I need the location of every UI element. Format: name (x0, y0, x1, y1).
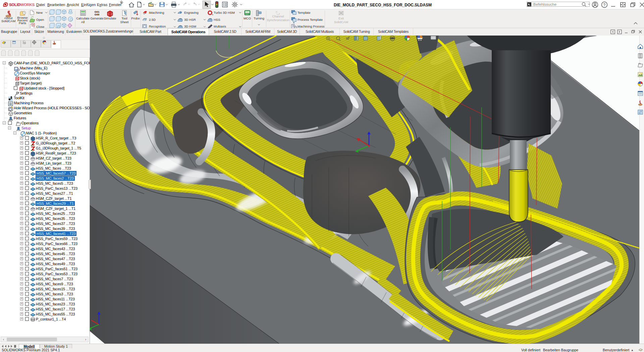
svg-text:Turbo 3D HSM: Turbo 3D HSM (214, 11, 235, 14)
svg-text:Open: Open (36, 18, 44, 21)
svg-text:New: New (36, 11, 43, 14)
svg-text:G00: G00 (94, 13, 100, 16)
svg-text:Process Template: Process Template (298, 18, 323, 21)
svg-text:3D HSM: 3D HSM (184, 24, 196, 28)
svg-text:Sheet: Sheet (120, 20, 129, 24)
svg-text:Synchronization: Synchronization (267, 18, 289, 22)
svg-text:3D HSR: 3D HSR (184, 18, 196, 21)
svg-text:SolidCAM: SolidCAM (1, 19, 15, 23)
svg-text:2.5D: 2.5D (149, 18, 156, 21)
svg-text:Generate: Generate (90, 16, 104, 20)
svg-text:Machining Process: Machining Process (298, 24, 325, 28)
svg-text:Channel: Channel (272, 14, 284, 18)
svg-text:Close: Close (36, 25, 44, 28)
svg-text:Tool: Tool (121, 16, 127, 20)
svg-text:Multiaxis: Multiaxis (214, 24, 226, 28)
svg-text:SOLIDWORKS: SOLIDWORKS (9, 3, 35, 7)
svg-text:SolidCAM: SolidCAM (334, 20, 348, 24)
svg-text:iMachining: iMachining (149, 11, 164, 14)
svg-text:Exit: Exit (338, 16, 344, 20)
svg-text:All: All (81, 20, 85, 24)
svg-text:Parts: Parts (19, 21, 26, 25)
svg-text:Engraving: Engraving (184, 11, 199, 14)
svg-text:Recognition: Recognition (149, 24, 166, 28)
svg-text:Simulate: Simulate (104, 16, 116, 20)
svg-text:Probe: Probe (131, 16, 140, 20)
svg-text:HSS: HSS (214, 18, 220, 21)
svg-text:MCO: MCO (244, 16, 251, 20)
svg-text:?: ? (603, 3, 606, 7)
svg-text:Template: Template (298, 11, 311, 14)
svg-text:Calculate: Calculate (76, 16, 90, 20)
svg-text:Turning: Turning (254, 16, 264, 20)
